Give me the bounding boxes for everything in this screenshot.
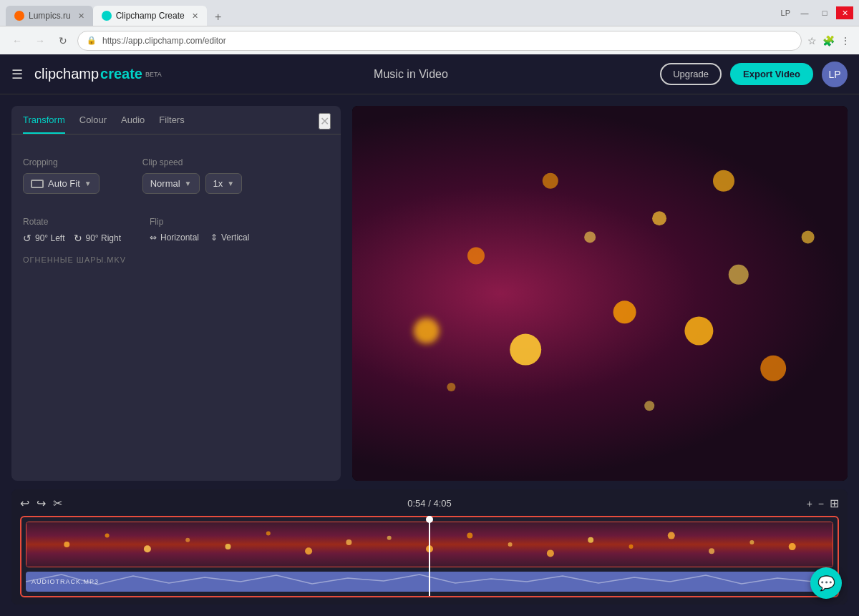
new-tab-button[interactable]: +	[210, 9, 227, 26]
reload-button[interactable]: ↻	[54, 32, 72, 49]
svg-point-32	[749, 540, 754, 544]
browser-addressbar: ← → ↻ 🔒 https://app.clipchamp.com/editor…	[0, 26, 859, 54]
rotate-label: Rotate	[23, 217, 121, 227]
logo-beta: BETA	[145, 71, 162, 78]
maximize-button[interactable]: □	[816, 6, 833, 19]
svg-point-13	[713, 170, 734, 192]
close-button[interactable]: ✕	[836, 6, 853, 19]
speed-multiplier-arrow-icon: ▼	[227, 180, 234, 187]
svg-point-3	[584, 231, 596, 243]
time-display: 0:54 / 4:05	[407, 498, 451, 509]
menu-icon[interactable]: ⋮	[840, 35, 850, 47]
svg-point-25	[467, 533, 472, 539]
tab-filters[interactable]: Filters	[159, 114, 184, 134]
bookmark-icon[interactable]: ☆	[807, 35, 817, 47]
normal-speed-dropdown[interactable]: Normal ▼	[142, 173, 200, 194]
app-main: ✕ Transform Colour Audio Filters Croppin…	[0, 94, 859, 616]
tab-audio[interactable]: Audio	[121, 114, 145, 134]
clip-speed-group: Normal ▼ 1x ▼	[142, 173, 242, 194]
rotate-left-label: 90° Left	[35, 233, 65, 243]
rotate-right-label: 90° Right	[86, 233, 122, 243]
video-preview	[352, 106, 848, 481]
user-initials: LP	[781, 9, 790, 17]
bokeh-svg	[352, 106, 848, 481]
cropping-label: Cropping	[23, 157, 100, 167]
upgrade-button[interactable]: Upgrade	[660, 63, 722, 85]
browser-chrome: Lumpics.ru ✕ Clipchamp Create ✕ + LP — □…	[0, 0, 859, 54]
lumpics-favicon	[14, 11, 24, 21]
cut-button[interactable]: ✂	[53, 497, 62, 510]
browser-tabs: Lumpics.ru ✕ Clipchamp Create ✕ +	[6, 0, 778, 26]
cropping-section: Cropping Auto Fit ▼	[23, 149, 100, 194]
app-header: ☰ clipchamp create BETA Music in Video U…	[0, 54, 859, 94]
tab-colour[interactable]: Colour	[79, 114, 107, 134]
flip-horizontal-button[interactable]: ⇔ Horizontal	[150, 233, 199, 243]
tab-clipchamp-label: Clipchamp Create	[116, 11, 185, 21]
video-bokeh-bg	[352, 106, 848, 481]
header-actions: Upgrade Export Video LP	[660, 62, 848, 87]
logo-clipchamp: clipchamp	[34, 66, 99, 82]
timeline-area: ↩ ↪ ✂ 0:54 / 4:05 + − ⊞	[11, 489, 848, 605]
back-button[interactable]: ←	[9, 32, 26, 49]
chat-button[interactable]: 💬	[810, 567, 842, 599]
normal-speed-label: Normal	[150, 178, 180, 189]
flip-h-icon: ⇔	[150, 233, 157, 243]
panel-close-button[interactable]: ✕	[319, 113, 331, 129]
svg-point-30	[668, 532, 675, 539]
clipchamp-favicon	[102, 11, 112, 21]
content-area: ✕ Transform Colour Audio Filters Croppin…	[11, 106, 848, 481]
tab-clipchamp-close[interactable]: ✕	[192, 11, 198, 21]
rotate-left-icon: ↺	[23, 233, 31, 244]
app-logo: clipchamp create BETA	[34, 66, 162, 82]
panel-tabs: Transform Colour Audio Filters	[11, 106, 341, 135]
address-url: https://app.clipchamp.com/editor	[102, 36, 226, 46]
tab-lumpics-close[interactable]: ✕	[78, 11, 84, 21]
cropping-dropdown[interactable]: Auto Fit ▼	[23, 173, 100, 194]
flip-v-icon: ⇕	[210, 233, 218, 243]
flip-label: Flip	[150, 217, 249, 227]
timeline-tracks: AUDIOTRACK.MP3	[20, 516, 839, 597]
playhead	[429, 517, 430, 596]
svg-point-21	[305, 547, 312, 554]
svg-point-8	[760, 356, 786, 381]
tab-clipchamp[interactable]: Clipchamp Create ✕	[93, 6, 207, 26]
speed-multiplier-dropdown[interactable]: 1x ▼	[205, 173, 243, 194]
zoom-fit-button[interactable]: ⊞	[830, 497, 839, 510]
tab-transform[interactable]: Transform	[23, 114, 65, 134]
svg-point-26	[508, 542, 513, 547]
cropping-dropdown-label: Auto Fit	[48, 178, 80, 189]
redo-button[interactable]: ↪	[37, 497, 46, 510]
svg-point-22	[346, 539, 351, 545]
sidebar-menu-icon[interactable]: ☰	[11, 67, 23, 82]
cropping-arrow-icon: ▼	[84, 180, 92, 187]
address-bar[interactable]: 🔒 https://app.clipchamp.com/editor	[77, 31, 802, 51]
transform-panel: ✕ Transform Colour Audio Filters Croppin…	[11, 106, 341, 481]
svg-point-29	[629, 544, 634, 549]
export-video-button[interactable]: Export Video	[730, 63, 813, 85]
undo-button[interactable]: ↩	[20, 497, 29, 510]
rotate-right-button[interactable]: ↻ 90° Right	[74, 233, 122, 244]
svg-point-19	[225, 544, 231, 549]
extensions-icon[interactable]: 🧩	[822, 35, 835, 47]
bokeh-overlay	[352, 106, 848, 481]
svg-point-2	[510, 334, 541, 366]
zoom-plus-button[interactable]: +	[807, 498, 812, 509]
svg-point-12	[644, 401, 654, 411]
window-controls: LP — □ ✕	[781, 6, 853, 19]
flip-vertical-button[interactable]: ⇕ Vertical	[210, 233, 249, 243]
zoom-minus-button[interactable]: −	[818, 498, 824, 509]
flip-section: Flip ⇔ Horizontal ⇕ Vertical	[150, 208, 249, 244]
flip-vertical-label: Vertical	[221, 233, 249, 243]
forward-button[interactable]: →	[31, 32, 49, 49]
minimize-button[interactable]: —	[796, 6, 813, 19]
avatar[interactable]: LP	[822, 62, 848, 87]
svg-point-20	[266, 532, 271, 536]
browser-actions: ☆ 🧩 ⋮	[807, 35, 850, 47]
flip-horizontal-label: Horizontal	[160, 233, 199, 243]
svg-point-6	[684, 316, 713, 345]
svg-point-18	[185, 538, 190, 542]
tab-lumpics[interactable]: Lumpics.ru ✕	[6, 6, 93, 26]
svg-point-10	[447, 383, 455, 391]
rotate-left-button[interactable]: ↺ 90° Left	[23, 233, 65, 244]
rotate-section: Rotate ↺ 90° Left ↻ 90° Right	[23, 208, 121, 244]
